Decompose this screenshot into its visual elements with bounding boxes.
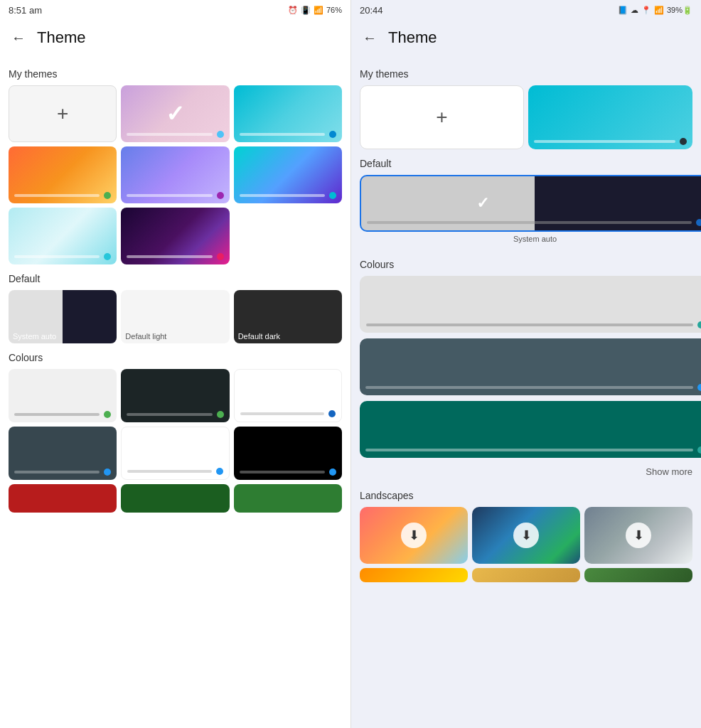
theme-card-5-left[interactable] bbox=[121, 146, 229, 203]
card-dot bbox=[696, 219, 701, 226]
header-left: ← Theme bbox=[0, 20, 350, 55]
default-label-right: Default bbox=[360, 158, 692, 169]
card-bar bbox=[365, 449, 693, 451]
colour-card-green1-left[interactable] bbox=[121, 484, 229, 513]
my-theme-cyan-right[interactable] bbox=[528, 85, 692, 149]
card-dot bbox=[697, 446, 701, 454]
colour-card-green2-left[interactable] bbox=[234, 484, 342, 513]
default-card-system-left[interactable]: System auto bbox=[9, 290, 117, 343]
card-bar bbox=[127, 413, 212, 416]
location-icon: 📍 bbox=[641, 6, 651, 15]
landscape-card-2[interactable]: ⬇ bbox=[472, 507, 580, 564]
colour-card-gray-left[interactable] bbox=[9, 369, 117, 422]
card-bar bbox=[240, 471, 325, 473]
colours-label-right: Colours bbox=[360, 259, 692, 270]
add-theme-button-left[interactable]: + bbox=[9, 85, 117, 142]
my-themes-grid-left: + ✓ bbox=[9, 85, 342, 264]
status-bar-right: 20:44 📘 ☁ 📍 📶 39%🔋 bbox=[351, 0, 701, 20]
system-auto-label: System auto bbox=[9, 329, 117, 343]
card-dot bbox=[217, 192, 224, 199]
theme-card-4-left[interactable] bbox=[9, 146, 117, 203]
colour-card-red-left[interactable] bbox=[9, 484, 117, 513]
download-icon-1[interactable]: ⬇ bbox=[401, 523, 427, 548]
theme-card-7-left[interactable] bbox=[9, 208, 117, 264]
back-button-right[interactable]: ← bbox=[363, 30, 377, 46]
alarm-icon: ⏰ bbox=[288, 6, 298, 15]
colour-card-white-left[interactable] bbox=[234, 369, 342, 422]
card-bottom bbox=[14, 411, 111, 418]
theme-card-3-left[interactable] bbox=[234, 85, 342, 142]
right-panel: 20:44 📘 ☁ 📍 📶 39%🔋 ← Theme My themes + bbox=[350, 0, 701, 728]
card-dot bbox=[329, 192, 336, 199]
wifi-icon: 📶 bbox=[654, 6, 664, 15]
default-card-dark-left[interactable]: Default dark bbox=[234, 290, 342, 343]
card-bottom bbox=[366, 321, 701, 328]
status-icons-right: 📘 ☁ 📍 📶 39%🔋 bbox=[618, 6, 692, 15]
card-bar bbox=[14, 471, 100, 473]
card-dot bbox=[329, 131, 336, 138]
landscape-partial-3[interactable] bbox=[584, 568, 692, 582]
landscapes-row2-right bbox=[360, 568, 692, 582]
vibrate-icon: 📳 bbox=[301, 6, 311, 15]
card-dot bbox=[217, 253, 224, 260]
theme-card-selected-left[interactable]: ✓ bbox=[121, 85, 229, 142]
landscapes-label-right: Landscapes bbox=[360, 490, 692, 501]
colour-card-dark-left[interactable] bbox=[121, 369, 229, 422]
card-dot bbox=[680, 138, 687, 145]
card-dot bbox=[216, 468, 223, 475]
page-title-left: Theme bbox=[37, 28, 85, 47]
time-left: 8:51 am bbox=[9, 5, 42, 16]
check-icon-system: ✓ bbox=[476, 194, 489, 213]
card-bar bbox=[127, 470, 211, 473]
card-bottom-3 bbox=[14, 192, 111, 199]
time-right: 20:44 bbox=[360, 5, 383, 16]
default-dark-label: Default dark bbox=[234, 329, 342, 343]
landscape-partial-1[interactable] bbox=[360, 568, 468, 582]
default-card-system-right[interactable]: ✓ System auto bbox=[360, 175, 701, 252]
card-bottom bbox=[365, 446, 701, 454]
colour-card-lightgray-right[interactable] bbox=[360, 276, 701, 333]
theme-card-6-left[interactable] bbox=[234, 146, 342, 203]
card-dot bbox=[104, 411, 111, 418]
colour-card-charcoal-left[interactable] bbox=[9, 427, 117, 480]
colour-card-black-left[interactable] bbox=[234, 427, 342, 480]
card-bar bbox=[534, 140, 675, 143]
download-icon-2[interactable]: ⬇ bbox=[513, 523, 539, 548]
card-bottom-6 bbox=[14, 253, 111, 260]
my-themes-label-right: My themes bbox=[360, 68, 692, 80]
theme-card-8-left[interactable] bbox=[121, 208, 229, 264]
card-bottom-5 bbox=[240, 192, 336, 199]
default-grid-left: System auto Default light Default dark bbox=[9, 290, 342, 343]
colour-card-charcoal-right[interactable] bbox=[360, 338, 701, 395]
show-more-button[interactable]: Show more bbox=[360, 464, 692, 483]
add-theme-button-right[interactable]: + bbox=[360, 85, 524, 149]
system-auto-label-right: System auto bbox=[360, 235, 701, 243]
card-bottom bbox=[365, 384, 701, 391]
landscape-card-1[interactable]: ⬇ bbox=[360, 507, 468, 564]
card-bottom bbox=[127, 411, 223, 418]
default-light-label: Default light bbox=[121, 329, 229, 343]
card-dot bbox=[217, 411, 224, 418]
colour-card-white2-left[interactable] bbox=[121, 427, 229, 480]
card-bottom-4 bbox=[127, 192, 223, 199]
facebook-icon: 📘 bbox=[618, 6, 628, 15]
landscapes-grid-right: ⬇ ⬇ ⬇ bbox=[360, 507, 692, 564]
card-dot bbox=[697, 384, 701, 391]
download-icon-3[interactable]: ⬇ bbox=[626, 523, 651, 548]
page-title-right: Theme bbox=[388, 28, 437, 47]
landscape-partial-2[interactable] bbox=[472, 568, 580, 582]
card-bar bbox=[14, 413, 100, 416]
status-bar-left: 8:51 am ⏰ 📳 📶 76% bbox=[0, 0, 350, 20]
card-bar bbox=[365, 386, 693, 389]
default-card-light-left[interactable]: Default light bbox=[121, 290, 229, 343]
card-dot bbox=[104, 469, 111, 476]
card-bottom-1 bbox=[127, 131, 223, 138]
status-icons-left: ⏰ 📳 📶 76% bbox=[288, 6, 342, 15]
card-bottom bbox=[367, 219, 701, 226]
back-button-left[interactable]: ← bbox=[11, 30, 26, 46]
landscape-card-3[interactable]: ⬇ bbox=[584, 507, 692, 564]
colour-card-teal-right[interactable] bbox=[360, 401, 701, 458]
card-bar bbox=[127, 133, 212, 136]
battery-left: 76% bbox=[326, 6, 342, 14]
card-bar bbox=[127, 194, 212, 197]
